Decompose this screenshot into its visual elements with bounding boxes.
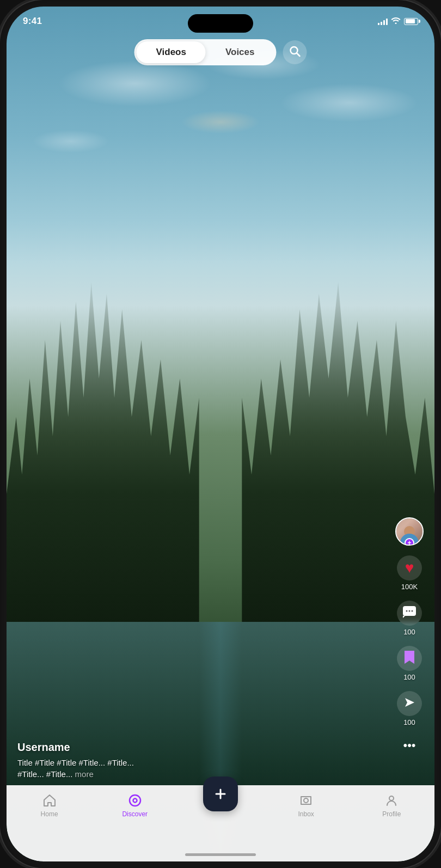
wifi-icon — [391, 16, 401, 26]
svg-point-5 — [412, 610, 413, 612]
caption-text-line2: #Title... #Title... — [17, 769, 72, 779]
signal-bar-3 — [383, 20, 385, 25]
share-count: 100 — [403, 718, 415, 726]
signal-bar-2 — [381, 22, 382, 25]
signal-bar-1 — [378, 23, 379, 25]
add-button[interactable] — [203, 777, 238, 811]
search-icon — [289, 45, 301, 60]
video-caption: Title #Title #Title #Title... #Title... … — [17, 757, 391, 780]
home-indicator — [185, 853, 256, 856]
svg-point-10 — [304, 798, 308, 803]
bookmark-action[interactable]: 100 — [397, 646, 422, 681]
like-icon-bg: ♥ — [397, 555, 422, 580]
nav-label-profile: Profile — [382, 810, 401, 818]
comment-icon — [402, 606, 416, 621]
nav-item-add[interactable] — [201, 787, 240, 811]
right-actions: + ♥ 100K — [395, 517, 424, 753]
nav-item-home[interactable]: Home — [30, 793, 69, 818]
bottom-nav: Home Discover — [7, 785, 434, 861]
share-action[interactable]: 100 — [397, 691, 422, 726]
heart-icon: ♥ — [405, 559, 414, 577]
svg-point-11 — [389, 796, 394, 800]
svg-line-1 — [297, 53, 300, 56]
tab-pill: Videos Voices — [134, 39, 277, 65]
comment-action[interactable]: 100 — [397, 601, 422, 636]
video-background — [7, 7, 434, 861]
video-info: Username Title #Title #Title #Title... #… — [17, 741, 391, 780]
battery-icon — [404, 18, 418, 25]
more-options-button[interactable]: ••• — [403, 738, 415, 753]
screen: 9:41 Videos — [7, 7, 434, 861]
comment-count: 100 — [403, 628, 415, 636]
creator-avatar[interactable]: + — [395, 517, 424, 546]
profile-icon — [384, 793, 399, 808]
nav-label-inbox: Inbox — [298, 810, 314, 818]
svg-point-4 — [409, 610, 411, 612]
svg-point-3 — [406, 610, 408, 612]
home-icon — [42, 793, 57, 808]
bookmark-icon-bg — [397, 646, 422, 671]
nav-label-home: Home — [41, 810, 58, 818]
dynamic-island — [188, 14, 253, 33]
nav-item-profile[interactable]: Profile — [372, 793, 411, 818]
inbox-icon — [298, 793, 314, 808]
like-count: 100K — [401, 583, 418, 591]
signal-bars-icon — [378, 17, 388, 25]
nav-item-discover[interactable]: Discover — [116, 793, 154, 818]
video-username[interactable]: Username — [17, 741, 391, 754]
share-icon-bg — [397, 691, 422, 716]
caption-more-button[interactable]: more — [75, 769, 94, 779]
tab-voices[interactable]: Voices — [206, 41, 274, 63]
phone-frame: 9:41 Videos — [0, 0, 441, 868]
status-time: 9:41 — [23, 16, 42, 27]
top-tab-bar: Videos Voices — [134, 39, 307, 65]
bookmark-count: 100 — [403, 673, 415, 681]
comment-icon-bg — [397, 601, 422, 626]
share-icon — [403, 696, 415, 711]
svg-point-7 — [133, 799, 137, 803]
svg-point-6 — [130, 795, 140, 806]
caption-text: Title #Title #Title #Title... #Title... — [17, 758, 134, 767]
signal-bar-4 — [386, 19, 388, 25]
battery-fill — [406, 19, 415, 23]
nav-label-discover: Discover — [122, 810, 148, 818]
nav-item-inbox[interactable]: Inbox — [287, 793, 325, 818]
discover-icon — [127, 793, 143, 808]
follow-plus-badge[interactable]: + — [405, 538, 414, 546]
search-button[interactable] — [283, 40, 307, 64]
like-action[interactable]: ♥ 100K — [397, 555, 422, 591]
tab-videos[interactable]: Videos — [137, 41, 206, 63]
status-icons — [378, 16, 418, 26]
bookmark-icon — [403, 650, 415, 667]
